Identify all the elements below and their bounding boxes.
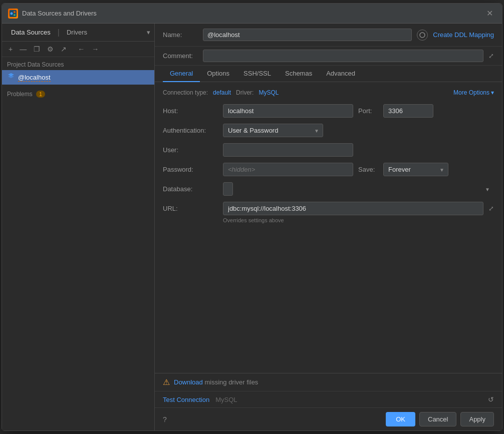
- svg-point-2: [14, 11, 16, 13]
- bottom-bar: ⚠ Download missing driver files Test Con…: [155, 373, 502, 430]
- connection-type-value[interactable]: default: [213, 89, 231, 96]
- url-label: URL:: [163, 205, 218, 212]
- svg-point-3: [14, 14, 16, 16]
- password-input[interactable]: [223, 163, 353, 176]
- save-select[interactable]: Forever Until restart Never: [383, 163, 448, 176]
- dialog-action-buttons: OK Cancel Apply: [386, 412, 494, 426]
- project-data-sources-label: Project Data Sources: [2, 57, 154, 70]
- svg-point-4: [420, 33, 425, 38]
- app-icon: [8, 9, 18, 19]
- title-bar: Data Sources and Drivers ✕: [2, 4, 502, 24]
- connection-type-label: Connection type:: [163, 89, 208, 96]
- dialog-buttons-row: ? OK Cancel Apply: [155, 407, 502, 430]
- action-bar: Test Connection MySQL ↺: [155, 391, 502, 407]
- tab-general[interactable]: General: [163, 66, 200, 82]
- close-button[interactable]: ✕: [483, 8, 496, 19]
- datasource-icon: [7, 73, 15, 82]
- comment-label: Comment:: [163, 52, 198, 60]
- add-datasource-button[interactable]: +: [6, 44, 15, 55]
- problems-section: Problems 1: [2, 85, 154, 100]
- database-row: Database:: [163, 182, 494, 196]
- sidebar-toolbar: + — ❐ ⚙ ↗ ← →: [2, 42, 154, 57]
- sidebar-item-label: @localhost: [18, 74, 51, 81]
- name-row: Name: Create DDL Mapping: [155, 24, 502, 47]
- forward-button[interactable]: →: [89, 44, 101, 55]
- svg-point-1: [11, 12, 13, 15]
- warning-icon: ⚠: [163, 377, 170, 387]
- save-select-wrapper: Forever Until restart Never: [383, 163, 448, 176]
- back-button[interactable]: ←: [75, 44, 87, 55]
- password-row: Password: Save: Forever Until restart Ne…: [163, 163, 494, 176]
- warning-text: Download missing driver files: [174, 378, 258, 386]
- help-button[interactable]: ?: [163, 415, 167, 423]
- comment-row: Comment: ⤢: [155, 47, 502, 66]
- download-link[interactable]: Download: [174, 378, 203, 386]
- tab-divider: |: [58, 28, 60, 37]
- authentication-select-wrapper: User & Password No auth Windows credenti…: [223, 124, 323, 137]
- export-datasource-button[interactable]: ↗: [58, 44, 69, 55]
- comment-expand-button[interactable]: ⤢: [488, 52, 494, 60]
- chevron-down-icon: ▾: [491, 89, 494, 96]
- sidebar-tabs: Data Sources | Drivers ▾: [2, 24, 154, 42]
- dialog: Data Sources and Drivers ✕ Data Sources …: [2, 3, 502, 431]
- user-input[interactable]: [223, 143, 353, 157]
- form-area: Connection type: default Driver: MySQL M…: [155, 82, 502, 373]
- problems-badge: 1: [36, 91, 45, 98]
- name-label: Name:: [163, 31, 198, 39]
- apply-button[interactable]: Apply: [460, 412, 494, 426]
- authentication-select[interactable]: User & Password No auth Windows credenti…: [223, 124, 323, 137]
- sidebar-item-localhost[interactable]: @localhost: [2, 70, 154, 85]
- copy-datasource-button[interactable]: ❐: [31, 44, 43, 55]
- user-label: User:: [163, 146, 218, 154]
- host-label: Host:: [163, 107, 218, 115]
- database-select-wrapper: [223, 182, 494, 196]
- tab-drivers[interactable]: Drivers: [62, 27, 92, 38]
- tab-data-sources[interactable]: Data Sources: [6, 27, 56, 38]
- driver-value[interactable]: MySQL: [259, 89, 279, 96]
- ok-button[interactable]: OK: [386, 412, 415, 426]
- sidebar: Data Sources | Drivers ▾ + — ❐ ⚙ ↗ ← → P…: [2, 24, 155, 430]
- save-label: Save:: [358, 166, 378, 173]
- tab-ssh-ssl[interactable]: SSH/SSL: [236, 66, 278, 82]
- driver-name-label: MySQL: [215, 396, 237, 403]
- tab-schemas[interactable]: Schemas: [278, 66, 319, 82]
- url-row: URL: ⤢: [163, 202, 494, 215]
- comment-input[interactable]: [203, 50, 483, 62]
- connection-info: Connection type: default Driver: MySQL M…: [163, 89, 494, 96]
- right-panel: Name: Create DDL Mapping Comment: ⤢ Gene…: [155, 24, 502, 430]
- name-circle-button[interactable]: [417, 30, 428, 41]
- refresh-button[interactable]: ↺: [488, 395, 494, 403]
- database-label: Database:: [163, 185, 218, 193]
- port-label: Port:: [358, 107, 378, 115]
- tab-advanced[interactable]: Advanced: [319, 66, 362, 82]
- dialog-title: Data Sources and Drivers: [22, 10, 483, 17]
- authentication-row: Authentication: User & Password No auth …: [163, 124, 494, 137]
- tabs-bar: General Options SSH/SSL Schemas Advanced: [155, 66, 502, 82]
- sidebar-dropdown-btn[interactable]: ▾: [147, 29, 150, 36]
- remove-datasource-button[interactable]: —: [17, 44, 29, 55]
- authentication-label: Authentication:: [163, 127, 218, 134]
- name-input[interactable]: [203, 29, 412, 41]
- settings-datasource-button[interactable]: ⚙: [45, 44, 56, 55]
- problems-label: Problems: [7, 91, 33, 98]
- driver-warning: ⚠ Download missing driver files: [155, 373, 502, 391]
- cancel-button[interactable]: Cancel: [419, 412, 456, 426]
- create-ddl-link[interactable]: Create DDL Mapping: [433, 31, 494, 39]
- url-input[interactable]: [223, 202, 483, 215]
- test-connection-button[interactable]: Test Connection: [163, 396, 209, 403]
- host-input[interactable]: [223, 104, 353, 118]
- host-port-row: Host: Port:: [163, 104, 494, 118]
- tab-options[interactable]: Options: [200, 66, 236, 82]
- password-label: Password:: [163, 166, 218, 173]
- port-input[interactable]: [383, 104, 433, 118]
- driver-label: Driver:: [236, 89, 254, 96]
- connection-type-info: Connection type: default Driver: MySQL: [163, 89, 279, 96]
- warning-text-after: missing driver files: [204, 378, 258, 386]
- more-options-button[interactable]: More Options ▾: [453, 89, 494, 96]
- url-hint: Overrides settings above: [223, 217, 494, 223]
- url-expand-button[interactable]: ⤢: [488, 205, 494, 212]
- user-row: User:: [163, 143, 494, 157]
- database-select[interactable]: [223, 182, 233, 196]
- main-content: Data Sources | Drivers ▾ + — ❐ ⚙ ↗ ← → P…: [2, 24, 502, 430]
